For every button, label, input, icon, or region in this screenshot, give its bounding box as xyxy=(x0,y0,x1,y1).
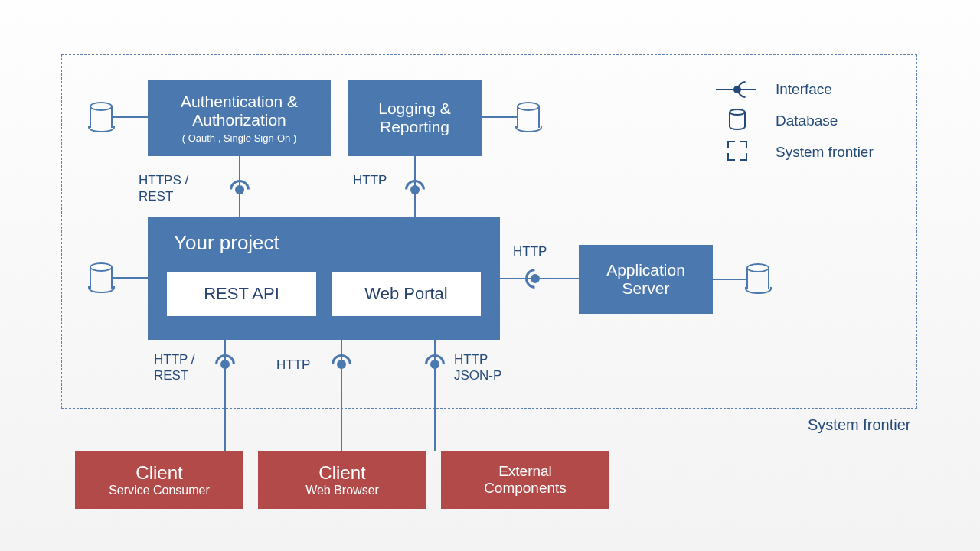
connector-line xyxy=(113,116,148,118)
conn-label-client2: HTTP xyxy=(276,357,310,373)
system-frontier-label: System frontier xyxy=(808,416,910,435)
diagram-stage: System frontier Authentication & Authori… xyxy=(0,0,980,551)
legend-database-label: Database xyxy=(776,112,838,129)
box-auth-title: Authentication & Authorization xyxy=(148,93,331,129)
conn-label-external: HTTP JSON-P xyxy=(454,351,501,384)
box-appserver-title: Application Server xyxy=(579,261,713,298)
interface-icon xyxy=(215,354,238,377)
interface-icon xyxy=(525,269,548,292)
box-client1-title: Client xyxy=(136,462,182,484)
connector-line xyxy=(482,116,517,118)
box-auth: Authentication & Authorization ( Oauth ,… xyxy=(148,80,331,156)
box-client2-subtitle: Web Browser xyxy=(305,484,379,497)
database-icon xyxy=(90,262,113,290)
box-external-title: External Components xyxy=(441,463,609,497)
connector-line xyxy=(113,277,148,279)
box-auth-subtitle: ( Oauth , Single Sign-On ) xyxy=(182,132,297,144)
interface-icon xyxy=(332,354,354,377)
legend-interface-ball-icon xyxy=(733,86,741,93)
connector-line xyxy=(713,279,746,280)
box-logging: Logging & Reporting xyxy=(348,80,482,156)
legend-frontier-icon xyxy=(727,141,747,161)
conn-label-logging: HTTP xyxy=(353,172,387,188)
interface-icon xyxy=(230,180,253,203)
conn-label-appserver: HTTP xyxy=(513,243,547,259)
interface-icon xyxy=(425,354,448,377)
box-client2-title: Client xyxy=(318,462,365,484)
box-appserver: Application Server xyxy=(579,245,713,314)
box-web-portal-label: Web Portal xyxy=(364,284,447,304)
conn-label-client1: HTTP /REST xyxy=(154,351,195,384)
legend-interface-label: Interface xyxy=(776,81,832,98)
box-client-service-consumer: Client Service Consumer xyxy=(75,451,243,509)
legend-database-icon xyxy=(729,109,746,130)
box-rest-api: REST API xyxy=(167,272,316,316)
conn-label-auth: HTTPS /REST xyxy=(139,172,188,205)
box-rest-api-label: REST API xyxy=(204,284,279,304)
box-logging-title: Logging & Reporting xyxy=(348,99,482,136)
box-web-portal: Web Portal xyxy=(332,272,481,316)
database-icon xyxy=(746,263,769,291)
database-icon xyxy=(517,102,540,129)
box-project-title: Your project xyxy=(174,231,279,255)
box-external-components: External Components xyxy=(441,451,609,509)
interface-icon xyxy=(405,180,428,203)
legend-frontier-label: System frontier xyxy=(776,144,874,161)
box-client-web-browser: Client Web Browser xyxy=(258,451,426,509)
box-client1-subtitle: Service Consumer xyxy=(109,484,210,497)
database-icon xyxy=(90,102,113,129)
